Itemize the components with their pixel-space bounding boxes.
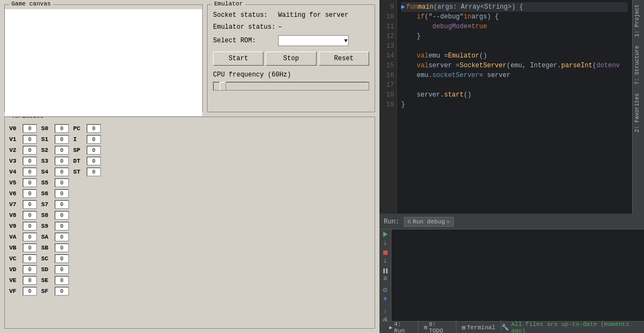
line-num: 14 bbox=[382, 51, 394, 61]
stop-button[interactable]: Stop bbox=[266, 52, 316, 66]
close-tab-icon[interactable]: ✕ bbox=[447, 219, 450, 225]
var-value: 0 bbox=[23, 168, 37, 176]
var-row-vb: VB0 bbox=[9, 243, 37, 253]
tab-todo[interactable]: ⊞ 6: TODO bbox=[418, 320, 456, 334]
sreg-value: 0 bbox=[55, 124, 69, 133]
var-row-v2: V20 bbox=[9, 145, 37, 155]
sreg-row-sd: SD0 bbox=[41, 265, 69, 274]
var-row-v6: V60 bbox=[9, 189, 37, 198]
sreg-value: 0 bbox=[55, 178, 69, 187]
var-row-v1: V10 bbox=[9, 135, 37, 144]
sreg-label: S0 bbox=[41, 125, 53, 132]
status-bar: ▶ 4: Run ⊞ 6: TODO ▤ Terminal 🔧 All file… bbox=[379, 321, 644, 333]
camera-button[interactable]: ⊙ bbox=[381, 286, 390, 293]
code-editor-area: 9 10 11 12 13 14 15 16 17 18 19 ▶ fun ma… bbox=[379, 0, 632, 214]
var-row-vd: VD0 bbox=[9, 265, 37, 274]
special-value: 0 bbox=[87, 146, 101, 155]
sreg-value: 0 bbox=[55, 276, 69, 285]
sreg-label: S4 bbox=[41, 169, 53, 175]
cpu-freq-slider[interactable] bbox=[213, 82, 369, 91]
sreg-label: S5 bbox=[41, 180, 53, 186]
start-button[interactable]: Start bbox=[213, 52, 263, 66]
var-row-v4: V40 bbox=[9, 167, 37, 177]
sreg-label: S1 bbox=[41, 136, 53, 143]
special-value: 0 bbox=[87, 124, 101, 133]
add-debug-button[interactable]: + bbox=[381, 294, 390, 303]
tab-terminal[interactable]: ▤ Terminal bbox=[456, 320, 501, 334]
code-line-11: debugMode = true bbox=[401, 22, 628, 31]
stop-icon bbox=[383, 251, 388, 255]
var-value: 0 bbox=[23, 244, 37, 252]
play-icon bbox=[383, 232, 388, 237]
select-rom-label: Select ROM: bbox=[213, 37, 278, 44]
rom-dropdown[interactable] bbox=[278, 35, 349, 46]
var-value: 0 bbox=[23, 146, 37, 155]
sreg-row-s5: S50 bbox=[41, 178, 69, 188]
sidebar-tab-structure[interactable]: 7: Structure bbox=[633, 41, 644, 89]
arrow-down-step-icon: ↓ bbox=[383, 256, 387, 264]
var-label: V3 bbox=[9, 158, 21, 164]
var-label: VA bbox=[9, 234, 21, 240]
reset-button[interactable]: Reset bbox=[319, 52, 369, 66]
sreg-label: S9 bbox=[41, 223, 53, 229]
sidebar-tab-favorites[interactable]: 2: Favorites bbox=[633, 89, 644, 137]
step-over-button[interactable]: ↓ bbox=[381, 238, 390, 246]
var-label: V6 bbox=[9, 190, 21, 197]
tab-terminal-label: Terminal bbox=[467, 324, 495, 331]
bottom-panel: Run: K Run debug ✕ ↓ bbox=[379, 214, 644, 333]
special-label: PC bbox=[73, 125, 85, 132]
left-panel: Game canvas Emulator Socket status: Wait… bbox=[0, 0, 379, 333]
line-num: 9 bbox=[382, 2, 394, 12]
ide-panel: 9 10 11 12 13 14 15 16 17 18 19 ▶ fun ma… bbox=[379, 0, 644, 333]
line-num: 15 bbox=[382, 61, 394, 71]
var-row-vf: VF0 bbox=[9, 286, 37, 296]
sreg-value: 0 bbox=[55, 157, 69, 165]
status-message: 🔧 All files are up-to-date (moments ago) bbox=[501, 321, 640, 334]
var-row-v7: V70 bbox=[9, 200, 37, 209]
var-value: 0 bbox=[23, 222, 37, 230]
line-num: 16 bbox=[382, 71, 394, 80]
var-value: 0 bbox=[23, 211, 37, 220]
var-label: VE bbox=[9, 277, 21, 284]
sreg-label: SE bbox=[41, 277, 53, 284]
sreg-row-s3: S30 bbox=[41, 156, 69, 166]
sreg-row-s4: S40 bbox=[41, 167, 69, 177]
run-debug-tab[interactable]: K Run debug ✕ bbox=[404, 217, 454, 227]
code-line-19: } bbox=[401, 100, 628, 110]
var-value: 0 bbox=[23, 189, 37, 198]
step-into-button[interactable]: ↓ bbox=[381, 256, 390, 264]
sreg-row-sc: SC0 bbox=[41, 254, 69, 264]
stop-button-run[interactable] bbox=[381, 251, 390, 255]
lines-icon: ≡ bbox=[383, 274, 387, 282]
var-value: 0 bbox=[23, 157, 37, 165]
step-out-button[interactable]: ↑ bbox=[381, 307, 390, 315]
special-regs-column: PC0I0SP0DT0ST0 bbox=[73, 124, 101, 296]
rom-dropdown-wrapper: ▼ bbox=[278, 35, 349, 46]
special-row-sp: SP0 bbox=[73, 145, 101, 155]
var-value: 0 bbox=[23, 287, 37, 296]
var-label: V8 bbox=[9, 212, 21, 219]
top-section: Game canvas Emulator Socket status: Wait… bbox=[0, 0, 379, 117]
special-value: 0 bbox=[87, 135, 101, 144]
emulator-panel: Emulator Socket status: Waiting for serv… bbox=[207, 4, 375, 112]
sreg-value: 0 bbox=[55, 211, 69, 220]
step-lines-button[interactable]: ≡ bbox=[381, 274, 390, 282]
variables-legend: Variables bbox=[9, 117, 46, 119]
sidebar-tab-project[interactable]: 1: Project bbox=[633, 0, 644, 41]
var-value: 0 bbox=[23, 135, 37, 144]
var-value: 0 bbox=[23, 254, 37, 263]
play-button[interactable] bbox=[381, 232, 390, 237]
sreg-row-sf: SF0 bbox=[41, 286, 69, 296]
sregs-column: S00S10S20S30S40S50S60S70S80S90SA0SB0SC0S… bbox=[41, 124, 69, 296]
variables-panel: Variables V00V10V20V30V40V50V60V70V80V90… bbox=[4, 117, 375, 329]
code-line-14: val emu = Emulator() bbox=[401, 51, 628, 61]
tab-todo-label: 6: TODO bbox=[429, 321, 450, 334]
sreg-label: S3 bbox=[41, 158, 53, 164]
special-value: 0 bbox=[87, 157, 101, 165]
emulator-status-row: Emulator status: – bbox=[213, 23, 369, 31]
tab-run-label: 4: Run bbox=[394, 321, 413, 334]
rom-select-row: Select ROM: ▼ bbox=[213, 35, 369, 46]
tab-run[interactable]: ▶ 4: Run bbox=[384, 320, 418, 334]
pause-button[interactable] bbox=[381, 268, 390, 273]
sreg-value: 0 bbox=[55, 200, 69, 209]
